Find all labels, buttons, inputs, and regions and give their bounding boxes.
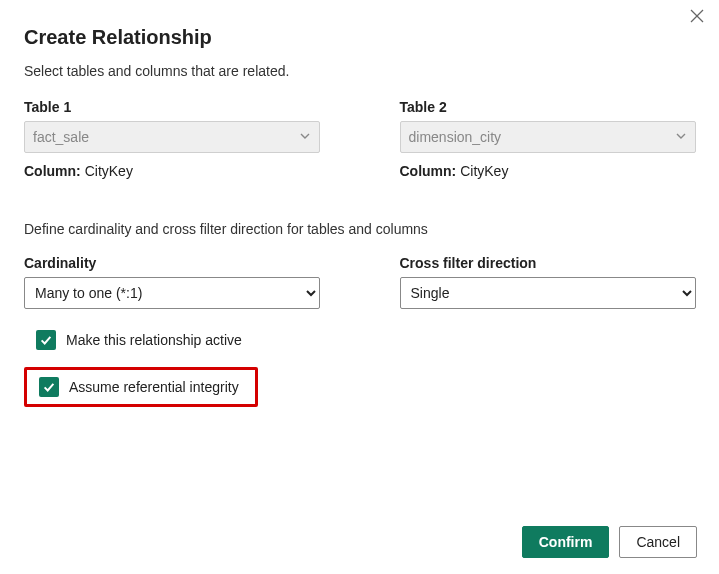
crossfilter-select[interactable]: Single xyxy=(400,277,696,309)
referential-integrity-label: Assume referential integrity xyxy=(69,379,239,395)
confirm-button[interactable]: Confirm xyxy=(522,526,610,558)
referential-integrity-row: Assume referential integrity xyxy=(33,376,245,398)
dialog-subtitle: Select tables and columns that are relat… xyxy=(24,63,695,79)
cardinality-label: Cardinality xyxy=(24,255,320,271)
table2-column-label: Column: xyxy=(400,163,457,179)
crossfilter-label: Cross filter direction xyxy=(400,255,696,271)
table2-column-value: CityKey xyxy=(460,163,508,179)
make-active-checkbox[interactable] xyxy=(36,330,56,350)
table2-label: Table 2 xyxy=(400,99,696,115)
make-active-label: Make this relationship active xyxy=(66,332,242,348)
cardinality-select[interactable]: Many to one (*:1) xyxy=(24,277,320,309)
dialog-title: Create Relationship xyxy=(24,26,695,49)
table1-section: Table 1 fact_sale Column: CityKey xyxy=(24,99,320,179)
table1-value: fact_sale xyxy=(33,129,89,145)
chevron-down-icon xyxy=(675,129,687,145)
table1-column-label: Column: xyxy=(24,163,81,179)
crossfilter-section: Cross filter direction Single xyxy=(400,255,696,309)
table1-column-value: CityKey xyxy=(85,163,133,179)
highlight-box: Assume referential integrity xyxy=(24,367,258,407)
cardinality-section: Cardinality Many to one (*:1) xyxy=(24,255,320,309)
create-relationship-dialog: Create Relationship Select tables and co… xyxy=(0,0,719,425)
table1-select[interactable]: fact_sale xyxy=(24,121,320,153)
dialog-footer: Confirm Cancel xyxy=(522,526,697,558)
referential-integrity-checkbox[interactable] xyxy=(39,377,59,397)
make-active-row: Make this relationship active xyxy=(30,329,695,351)
cancel-button[interactable]: Cancel xyxy=(619,526,697,558)
table2-section: Table 2 dimension_city Column: CityKey xyxy=(400,99,696,179)
table2-column: Column: CityKey xyxy=(400,163,696,179)
table2-select[interactable]: dimension_city xyxy=(400,121,696,153)
table1-label: Table 1 xyxy=(24,99,320,115)
table1-column: Column: CityKey xyxy=(24,163,320,179)
table2-value: dimension_city xyxy=(409,129,502,145)
chevron-down-icon xyxy=(299,129,311,145)
section-description: Define cardinality and cross filter dire… xyxy=(24,221,695,237)
close-icon[interactable] xyxy=(689,8,705,24)
